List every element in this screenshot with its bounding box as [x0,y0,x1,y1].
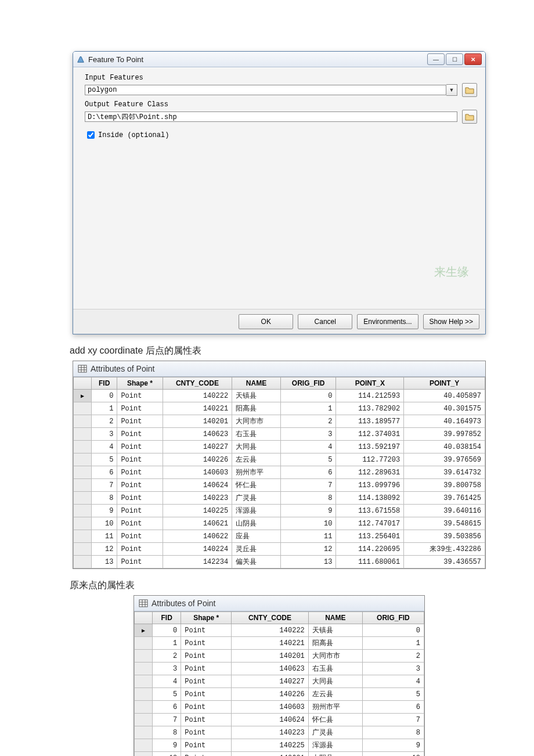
row-selector[interactable] [135,650,153,663]
cell[interactable]: 140222 [232,624,309,637]
table-row[interactable]: 7Point140624怀仁县7113.09979639.800758 [74,479,485,492]
cell[interactable]: 142234 [163,556,232,568]
cell[interactable]: Point [181,675,232,688]
cell[interactable]: Point [117,505,163,517]
cell[interactable]: Point [117,466,163,479]
cell[interactable]: Point [117,492,163,505]
cell[interactable]: 左云县 [232,453,281,466]
cell[interactable]: 140623 [163,428,232,441]
row-selector[interactable]: ▶ [74,390,92,402]
cell[interactable]: 140201 [232,650,309,663]
table-row[interactable]: 2Point140201大同市市2 [135,650,424,663]
row-selector[interactable] [135,714,153,726]
cell[interactable]: 10 [153,752,181,757]
cell[interactable]: Point [181,701,232,714]
table-row[interactable]: 6Point140603朔州市平6112.28963139.614732 [74,466,485,479]
table-row[interactable]: ▶0Point140222天镇县0114.21259340.405897 [74,390,485,402]
cell[interactable]: Point [117,415,163,428]
close-button[interactable]: ✕ [464,53,482,65]
cell[interactable]: 39.614732 [404,466,485,479]
cell[interactable]: 5 [153,688,181,701]
cell[interactable]: 8 [362,726,424,739]
row-selector[interactable] [74,415,92,428]
cell[interactable]: Point [117,556,163,568]
row-selector[interactable] [135,726,153,739]
cell[interactable]: 2 [362,650,424,663]
cell[interactable]: 1 [92,402,117,415]
cell[interactable]: 灵丘县 [232,543,281,556]
table-row[interactable]: 10Point140621山阴县10112.74701739.548615 [74,517,485,530]
column-header[interactable]: Shape * [181,612,232,624]
show-help-button[interactable]: Show Help >> [423,314,479,329]
cell[interactable]: 39.640116 [404,505,485,517]
cell[interactable]: 114.212593 [336,390,404,402]
cell[interactable]: 9 [92,505,117,517]
row-selector[interactable] [74,517,92,530]
cell[interactable]: 阳高县 [308,637,362,650]
row-selector[interactable] [74,543,92,556]
cell[interactable]: 140201 [163,415,232,428]
row-selector[interactable] [74,428,92,441]
column-header[interactable]: CNTY_CODE [232,612,309,624]
row-selector[interactable] [135,688,153,701]
cell[interactable]: 112.747017 [336,517,404,530]
column-header[interactable]: NAME [232,377,281,390]
cell[interactable]: 10 [92,517,117,530]
cell[interactable]: 6 [92,466,117,479]
cell[interactable]: Point [181,663,232,675]
maximize-button[interactable]: ☐ [446,53,463,65]
table-row[interactable]: 9Point140225浑源县9 [135,739,424,752]
row-selector[interactable] [74,530,92,543]
cell[interactable]: 40.405897 [404,390,485,402]
column-header[interactable]: POINT_Y [404,377,485,390]
cell[interactable]: 140222 [163,390,232,402]
cell[interactable]: 10 [362,752,424,757]
cell[interactable]: 112.77203 [336,453,404,466]
cell[interactable]: 112.289631 [336,466,404,479]
cell[interactable]: Point [117,530,163,543]
cell[interactable]: 2 [92,415,117,428]
table-row[interactable]: 12Point140224灵丘县12114.220695来39生.432286 [74,543,485,556]
cell[interactable]: Point [181,688,232,701]
cell[interactable]: 山阴县 [308,752,362,757]
cell[interactable]: 140226 [163,453,232,466]
table-row[interactable]: 3Point140623右玉县3112.37403139.997852 [74,428,485,441]
cell[interactable]: 0 [280,390,336,402]
table-row[interactable]: 4Point140227大同县4 [135,675,424,688]
cell[interactable]: 8 [153,726,181,739]
cell[interactable]: 大同县 [232,441,281,453]
cell[interactable]: 3 [153,663,181,675]
cell[interactable]: 11 [92,530,117,543]
cell[interactable]: 40.038154 [404,441,485,453]
cell[interactable]: 140624 [232,714,309,726]
cell[interactable]: 6 [153,701,181,714]
cell[interactable]: 1 [280,402,336,415]
ok-button[interactable]: OK [239,314,293,329]
cell[interactable]: 140224 [163,543,232,556]
cell[interactable]: 广灵县 [308,726,362,739]
cell[interactable]: 0 [153,624,181,637]
table-row[interactable]: 5Point140226左云县5112.7720339.976569 [74,453,485,466]
cancel-button[interactable]: Cancel [298,314,352,329]
attributes-titlebar[interactable]: Attributes of Point [73,361,485,377]
cell[interactable]: 怀仁县 [232,479,281,492]
column-header[interactable]: ORIG_FID [280,377,336,390]
cell[interactable]: 朔州市平 [232,466,281,479]
cell[interactable]: Point [117,453,163,466]
cell[interactable]: 140225 [232,739,309,752]
cell[interactable]: 39.548615 [404,517,485,530]
cell[interactable]: 39.761425 [404,492,485,505]
cell[interactable]: 4 [153,675,181,688]
cell[interactable]: 广灵县 [232,492,281,505]
cell[interactable]: 140225 [163,505,232,517]
cell[interactable]: 13 [92,556,117,568]
row-selector[interactable] [74,453,92,466]
table-row[interactable]: 11Point140622应县11113.25640139.503856 [74,530,485,543]
column-header[interactable]: POINT_X [336,377,404,390]
table-row[interactable]: 1Point140221阳高县1113.78290240.301575 [74,402,485,415]
cell[interactable]: Point [181,714,232,726]
cell[interactable]: 140622 [163,530,232,543]
cell[interactable]: 阳高县 [232,402,281,415]
row-selector[interactable] [135,663,153,675]
row-selector[interactable] [135,752,153,757]
